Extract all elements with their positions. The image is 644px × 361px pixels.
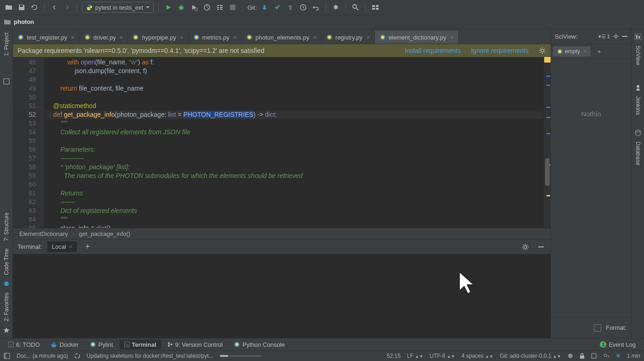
git-revert-icon[interactable] <box>311 2 321 12</box>
requirements-banner: Package requirements 'nilearn==0.5.0', '… <box>13 44 551 57</box>
status-processes-icon[interactable] <box>4 353 10 359</box>
vcs-tab[interactable]: 9: Version Control <box>163 340 227 350</box>
close-icon[interactable]: × <box>450 34 454 41</box>
pylint-tab[interactable]: Pylint <box>85 340 118 350</box>
close-icon[interactable]: × <box>584 48 587 55</box>
project-name[interactable]: photon <box>14 18 34 25</box>
python-console-tab[interactable]: Python Console <box>229 340 289 350</box>
tab-element-dictionary[interactable]: element_dictionary.py× <box>375 31 459 44</box>
tab-hyperpipe[interactable]: hyperpipe.py× <box>128 31 188 44</box>
stop-icon[interactable] <box>228 2 238 12</box>
install-requirements-link[interactable]: Install requirements <box>405 47 461 54</box>
sciview-tab-empty[interactable]: empty × <box>553 46 591 57</box>
structure-tool-tab[interactable]: 7: Structure <box>1 209 12 245</box>
status-background-task[interactable]: Updating skeletons for docker://test_tes… <box>86 353 213 359</box>
tab-photon-elements[interactable]: photon_elements.py× <box>242 31 322 44</box>
debug-icon[interactable] <box>176 2 186 12</box>
codetime-duration[interactable]: 1 min <box>627 353 640 359</box>
run-icon[interactable] <box>163 2 173 12</box>
sciview-checkbox[interactable] <box>594 324 601 332</box>
breadcrumb-class[interactable]: ElementDictionary <box>19 230 68 237</box>
svg-point-32 <box>558 50 562 53</box>
close-icon[interactable]: × <box>69 243 73 250</box>
close-icon[interactable]: × <box>180 34 184 41</box>
close-icon[interactable]: × <box>71 34 75 41</box>
back-icon[interactable] <box>49 2 59 12</box>
close-icon[interactable]: × <box>366 34 370 41</box>
git-commit-icon[interactable] <box>272 2 282 12</box>
sciview-toggle-icon[interactable] <box>633 32 643 42</box>
sciview-list-icon[interactable]: ▾☰ 1 <box>598 34 610 40</box>
jenkins-side-tab[interactable]: Jenkins <box>633 92 643 119</box>
forward-icon[interactable] <box>62 2 72 12</box>
run-coverage-icon[interactable] <box>189 2 199 12</box>
tab-test-register[interactable]: test_register.py× <box>13 31 80 44</box>
project-files-icon[interactable] <box>1 76 12 86</box>
git-update-icon[interactable] <box>259 2 270 12</box>
terminal-settings-icon[interactable] <box>520 242 530 252</box>
codetime-tool-tab[interactable]: Code Time <box>1 245 12 279</box>
search-icon[interactable] <box>351 2 361 12</box>
open-icon[interactable] <box>4 2 14 12</box>
git-history-icon[interactable] <box>298 2 308 12</box>
line-separator[interactable]: LF ▲▼ <box>407 353 423 359</box>
breadcrumb-method[interactable]: get_package_info() <box>79 230 130 237</box>
interpreter-icon[interactable] <box>568 353 573 359</box>
terminal-body[interactable] <box>13 254 551 338</box>
indent-setting[interactable]: 4 spaces ▲▼ <box>461 353 493 359</box>
close-icon[interactable]: × <box>120 34 123 41</box>
hide-terminal-icon[interactable] <box>536 242 546 252</box>
terminal-tool-window: Terminal: Local× + <box>13 239 551 338</box>
sciview-hide-icon[interactable] <box>622 34 627 39</box>
event-log-tab[interactable]: 1Event Log <box>595 340 640 350</box>
code-editor[interactable]: 4647484950515253545556575859606162636465… <box>13 57 551 228</box>
terminal-tab-local[interactable]: Local× <box>47 241 77 252</box>
file-encoding[interactable]: UTF-8 ▲▼ <box>430 353 455 359</box>
git-branch[interactable]: Git: add-cluster-0.0.1 ▲▼ <box>500 353 561 359</box>
sciview-side-tab[interactable]: SciView <box>633 42 643 69</box>
docker-tab[interactable]: Docker <box>46 340 83 350</box>
add-sciview-tab-icon[interactable]: + <box>594 46 604 57</box>
lock-icon[interactable] <box>580 353 585 359</box>
database-side-tab[interactable]: Database <box>633 138 643 169</box>
codetime-status-icon[interactable]: ❋ <box>616 353 621 359</box>
svg-point-5 <box>353 5 356 8</box>
caret-position[interactable]: 52:15 <box>387 353 401 359</box>
settings-icon[interactable] <box>331 2 341 12</box>
bottom-tool-tabs: 6: TODO Docker Pylint Terminal 9: Versio… <box>0 338 644 350</box>
codetime-icon[interactable] <box>1 279 12 289</box>
svg-rect-6 <box>372 5 375 7</box>
svg-point-27 <box>524 246 527 248</box>
sciview-settings-icon[interactable] <box>613 33 619 40</box>
status-doc[interactable]: Doc... (a minute ago) <box>17 353 68 359</box>
todo-tab[interactable]: 6: TODO <box>4 340 45 350</box>
inspection-icon[interactable]: ? <box>603 353 610 359</box>
svg-point-49 <box>75 354 80 358</box>
project-tool-tab[interactable]: 1: Project <box>1 29 12 60</box>
memory-icon[interactable] <box>591 353 597 359</box>
terminal-tab[interactable]: Terminal <box>120 340 161 350</box>
svg-rect-34 <box>636 35 638 39</box>
svg-rect-30 <box>622 36 627 37</box>
tab-metrics[interactable]: metrics.py× <box>189 31 242 44</box>
jenkins-icon[interactable] <box>633 82 643 92</box>
run-configuration-selector[interactable]: pytest in tests_ext <box>82 2 154 13</box>
concurrency-icon[interactable] <box>215 2 225 12</box>
refresh-icon[interactable] <box>29 2 40 12</box>
ignore-requirements-link[interactable]: Ignore requirements <box>471 47 529 54</box>
add-terminal-icon[interactable]: + <box>82 242 92 252</box>
code-area[interactable]: with open(file_name, "w") as f: json.dum… <box>44 57 551 228</box>
close-icon[interactable]: × <box>233 34 237 41</box>
tab-driver[interactable]: driver.py× <box>80 31 128 44</box>
tab-registry[interactable]: registry.py× <box>322 31 375 44</box>
svg-point-13 <box>19 36 23 39</box>
favorites-tool-tab[interactable]: 2: Favorites <box>1 289 12 325</box>
profile-icon[interactable] <box>202 2 212 12</box>
banner-settings-icon[interactable] <box>539 47 546 54</box>
close-icon[interactable]: × <box>313 34 316 41</box>
save-icon[interactable] <box>17 2 27 12</box>
error-stripe[interactable] <box>543 57 551 228</box>
git-compare-icon[interactable] <box>285 2 295 12</box>
database-icon[interactable] <box>633 128 643 138</box>
ide-features-icon[interactable] <box>370 2 380 12</box>
